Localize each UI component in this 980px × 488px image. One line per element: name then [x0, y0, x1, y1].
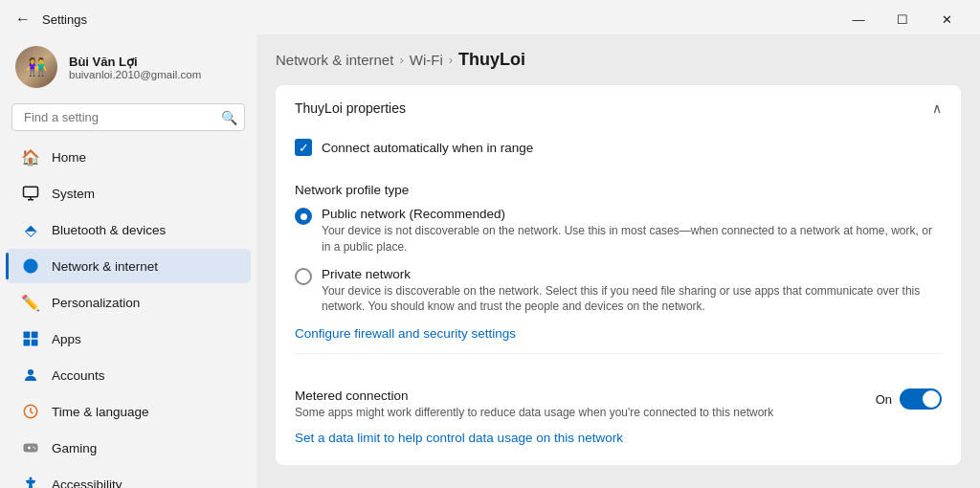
user-info: Bùi Văn Lợi buivanloi.2010@gmail.com: [69, 55, 201, 80]
toggle-thumb: [923, 390, 940, 408]
toggle-area: On: [876, 388, 942, 410]
breadcrumb-sep-2: ›: [449, 53, 453, 67]
bluetooth-icon: ⬘: [21, 220, 40, 239]
sidebar-item-bluetooth-label: Bluetooth & devices: [52, 223, 166, 237]
home-icon: 🏠: [21, 147, 40, 166]
user-name: Bùi Văn Lợi: [69, 55, 201, 69]
close-button[interactable]: ✕: [924, 6, 969, 33]
firewall-link[interactable]: Configure firewall and security settings: [295, 326, 516, 341]
svg-point-5: [28, 369, 33, 375]
avatar-image: 👫: [15, 46, 57, 88]
accessibility-icon: [21, 475, 40, 488]
search-icon: 🔍: [221, 110, 237, 125]
personalization-icon: ✏️: [21, 293, 40, 312]
user-email: buivanloi.2010@gmail.com: [69, 69, 201, 80]
svg-rect-3: [24, 340, 31, 346]
sidebar-item-accessibility-label: Accessibility: [52, 477, 122, 489]
sidebar-item-time-label: Time & language: [52, 405, 149, 419]
metered-desc: Some apps might work differently to redu…: [295, 406, 773, 419]
private-network-desc: Your device is discoverable on the netwo…: [322, 283, 942, 316]
sidebar-item-personalization[interactable]: ✏️ Personalization: [6, 285, 251, 320]
metered-title: Metered connection: [295, 388, 773, 403]
sidebar-item-apps[interactable]: Apps: [6, 322, 251, 356]
network-profile-label: Network profile type: [295, 183, 942, 197]
breadcrumb-sep-1: ›: [399, 53, 403, 67]
avatar: 👫: [15, 46, 57, 88]
maximize-button[interactable]: ☐: [880, 6, 924, 33]
network-profile-section: Network profile type Public network (Rec…: [295, 171, 942, 354]
app-title: Settings: [42, 12, 87, 27]
card-header[interactable]: ThuyLoi properties ∧: [276, 85, 961, 131]
search-input[interactable]: [11, 103, 245, 131]
title-bar-left: ← Settings: [11, 11, 87, 28]
private-network-option: Private network Your device is discovera…: [295, 267, 942, 316]
sidebar-item-accessibility[interactable]: Accessibility: [6, 467, 251, 488]
accounts-icon: [21, 366, 40, 385]
sidebar-item-personalization-label: Personalization: [52, 296, 140, 310]
search-box: 🔍: [11, 103, 245, 131]
sidebar-item-time[interactable]: Time & language: [6, 394, 251, 429]
connect-auto-checkbox[interactable]: ✓: [295, 139, 312, 156]
app-body: 👫 Bùi Văn Lợi buivanloi.2010@gmail.com 🔍…: [0, 34, 980, 488]
metered-toggle[interactable]: [900, 388, 942, 410]
connect-auto-label: Connect automatically when in range: [322, 141, 533, 155]
private-network-radio[interactable]: [295, 268, 312, 285]
card-body: ✓ Connect automatically when in range Ne…: [276, 131, 961, 465]
time-icon: [21, 402, 40, 421]
minimize-button[interactable]: —: [836, 6, 880, 33]
public-network-text: Public network (Recommended) Your device…: [322, 207, 942, 255]
sidebar-item-gaming[interactable]: Gaming: [6, 431, 251, 465]
title-bar: ← Settings — ☐ ✕: [0, 0, 980, 34]
breadcrumb-wifi[interactable]: Wi-Fi: [410, 52, 443, 68]
sidebar-item-bluetooth[interactable]: ⬘ Bluetooth & devices: [6, 212, 251, 247]
public-network-option: Public network (Recommended) Your device…: [295, 207, 942, 255]
public-network-title: Public network (Recommended): [322, 207, 942, 221]
sidebar-item-gaming-label: Gaming: [52, 441, 97, 455]
private-network-title: Private network: [322, 267, 942, 281]
chevron-up-icon: ∧: [932, 100, 942, 116]
sidebar-item-apps-label: Apps: [52, 332, 81, 346]
breadcrumb: Network & internet › Wi-Fi › ThuyLoi: [276, 50, 961, 70]
radio-group: Public network (Recommended) Your device…: [295, 207, 942, 315]
svg-point-10: [33, 447, 34, 449]
checkmark-icon: ✓: [299, 141, 309, 155]
apps-icon: [21, 329, 40, 348]
private-network-text: Private network Your device is discovera…: [322, 267, 942, 316]
public-network-radio[interactable]: [295, 208, 312, 225]
data-limit-link[interactable]: Set a data limit to help control data us…: [295, 431, 623, 445]
sidebar-item-home[interactable]: 🏠 Home: [6, 140, 251, 174]
sidebar-item-home-label: Home: [52, 150, 86, 165]
svg-rect-1: [24, 332, 31, 339]
sidebar-item-system[interactable]: System: [6, 176, 251, 211]
svg-point-12: [30, 477, 33, 480]
card-header-title: ThuyLoi properties: [295, 100, 406, 116]
breadcrumb-current: ThuyLoi: [458, 50, 525, 70]
window-controls: — ☐ ✕: [836, 6, 969, 33]
sidebar-item-system-label: System: [52, 187, 95, 201]
breadcrumb-network[interactable]: Network & internet: [276, 52, 393, 68]
sidebar-item-network-label: Network & internet: [52, 259, 158, 274]
user-section: 👫 Bùi Văn Lợi buivanloi.2010@gmail.com: [0, 34, 256, 103]
metered-section: Metered connection Some apps might work …: [295, 373, 942, 446]
svg-rect-0: [24, 187, 38, 197]
settings-card: ThuyLoi properties ∧ ✓ Connect automatic…: [276, 85, 961, 465]
svg-rect-2: [32, 332, 38, 339]
main-content: Network & internet › Wi-Fi › ThuyLoi Thu…: [256, 34, 980, 488]
svg-rect-4: [32, 340, 38, 346]
sidebar-item-accounts[interactable]: Accounts: [6, 358, 251, 392]
metered-row: Metered connection Some apps might work …: [295, 388, 942, 419]
toggle-label: On: [876, 392, 892, 407]
system-icon: [21, 184, 40, 203]
gaming-icon: [21, 438, 40, 457]
sidebar-item-network[interactable]: Network & internet: [6, 249, 251, 283]
svg-point-11: [34, 448, 36, 450]
sidebar: 👫 Bùi Văn Lợi buivanloi.2010@gmail.com 🔍…: [0, 34, 256, 488]
metered-text: Metered connection Some apps might work …: [295, 388, 773, 419]
sidebar-item-accounts-label: Accounts: [52, 368, 105, 383]
back-button[interactable]: ←: [11, 11, 34, 28]
connect-auto-row: ✓ Connect automatically when in range: [295, 131, 942, 171]
network-icon: [21, 256, 40, 276]
public-network-desc: Your device is not discoverable on the n…: [322, 223, 942, 255]
